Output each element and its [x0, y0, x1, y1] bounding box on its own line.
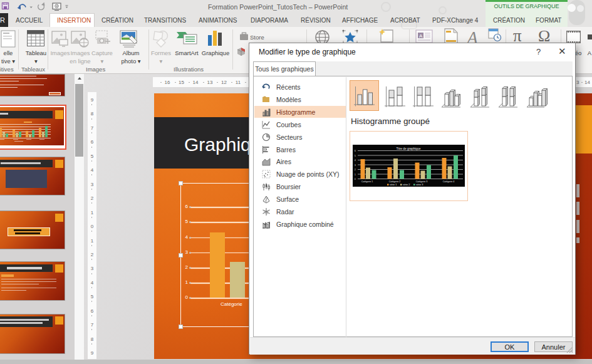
svg-text:Titre de graphique: Titre de graphique — [397, 147, 421, 150]
svg-text:Catégorie 2: Catégorie 2 — [389, 180, 401, 183]
svg-text:Catégorie 3: Catégorie 3 — [416, 180, 428, 183]
svg-text:Catégorie 1: Catégorie 1 — [361, 180, 373, 183]
svg-text:série 1: série 1 — [390, 184, 397, 186]
svg-text:Catégorie 4: Catégorie 4 — [443, 180, 455, 183]
svg-text:A: A — [419, 33, 423, 39]
svg-text:série 2: série 2 — [403, 184, 410, 186]
svg-text:série 3: série 3 — [416, 184, 423, 186]
